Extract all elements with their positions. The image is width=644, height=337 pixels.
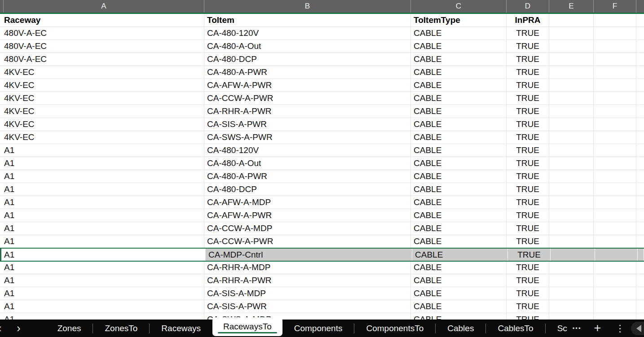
cell-empty-f[interactable] (594, 105, 636, 118)
cell-partial-g[interactable] (636, 274, 644, 287)
cell-toitemtype[interactable]: CABLE (411, 287, 507, 300)
sheet-tab-cablesto[interactable]: CablesTo (486, 319, 545, 337)
cell-raceway[interactable]: 4KV-EC (0, 92, 204, 105)
cell-empty-f[interactable] (594, 118, 636, 131)
cell-partial-g[interactable] (636, 300, 644, 313)
cell-toitem[interactable]: CA-SIS-A-PWR (204, 300, 411, 313)
table-row[interactable]: 4KV-ECCA-SWS-A-PWRCABLETRUE (0, 131, 644, 144)
cell-inpra[interactable]: TRUE (507, 300, 549, 313)
cell-toitem[interactable]: CA-480-A-Out (204, 40, 411, 53)
sheet-tab-racewaysto[interactable]: RacewaysTo (212, 317, 282, 336)
add-sheet-button[interactable]: + (594, 322, 601, 334)
cell-partial-g[interactable] (636, 261, 644, 274)
cell-toitemtype[interactable]: CABLE (411, 53, 507, 66)
cell-empty-f[interactable] (594, 300, 636, 313)
horizontal-scrollbar[interactable] (631, 322, 644, 335)
cell-empty-e[interactable] (549, 40, 594, 53)
cell-inpra[interactable]: InPRA (507, 14, 549, 26)
table-row[interactable]: 4KV-ECCA-AFW-A-PWRCABLETRUE (0, 79, 644, 92)
cell-inpra[interactable]: TRUE (507, 235, 549, 248)
table-row[interactable]: A1CA-480-A-OutCABLETRUE (0, 157, 644, 170)
cell-toitem[interactable]: CA-MDP-Cntrl (206, 249, 412, 261)
cell-toitem[interactable]: CA-480-A-PWR (204, 66, 411, 79)
cell-toitem[interactable]: CA-CCW-A-PWR (204, 92, 411, 105)
cell-inpra[interactable]: TRUE (507, 287, 549, 300)
cell-raceway[interactable]: 4KV-EC (0, 79, 204, 92)
cell-toitemtype[interactable]: CABLE (411, 300, 507, 313)
cell-partial-g[interactable] (636, 66, 644, 79)
sheet-tab-components[interactable]: Components (282, 319, 354, 337)
scroll-left-icon[interactable] (636, 325, 641, 332)
cell-empty-e[interactable] (549, 79, 594, 92)
cell-empty-e[interactable] (549, 300, 594, 313)
cell-partial-g[interactable] (636, 235, 644, 248)
cell-toitem[interactable]: CA-AFW-A-PWR (204, 79, 411, 92)
cell-empty-f[interactable] (594, 274, 636, 287)
cell-empty-f[interactable] (595, 249, 638, 261)
table-row[interactable]: A1CA-CCW-A-PWRCABLETRUE (0, 235, 644, 248)
cell-raceway[interactable]: A1 (0, 183, 204, 196)
table-row[interactable]: 4KV-ECCA-RHR-A-PWRCABLETRUE (0, 105, 644, 118)
sheet-menu-icon[interactable]: ⋮ (615, 324, 625, 333)
cell-toitemtype[interactable]: CABLE (411, 274, 507, 287)
cell-empty-e[interactable] (549, 287, 594, 300)
cell-toitemtype[interactable]: CABLE (411, 196, 507, 209)
cell-toitem[interactable]: CA-480-120V (204, 27, 411, 39)
cell-empty-f[interactable] (594, 131, 636, 144)
grid-body[interactable]: RacewayToItemToItemTypeInPRA480V-A-ECCA-… (0, 14, 644, 319)
table-row[interactable]: 4KV-ECCA-480-A-PWRCABLETRUE (0, 66, 644, 79)
cell-empty-f[interactable] (594, 183, 636, 196)
cell-empty-f[interactable] (594, 157, 636, 170)
cell-toitemtype[interactable]: CABLE (411, 40, 507, 53)
cell-toitemtype[interactable]: CABLE (411, 313, 507, 319)
cell-partial-g[interactable] (636, 40, 644, 53)
table-row[interactable]: A1CA-AFW-A-PWRCABLETRUE (0, 209, 644, 222)
more-sheets-ellipsis-icon[interactable]: ••• (573, 325, 582, 332)
table-row[interactable]: A1CA-SIS-A-PWRCABLETRUE (0, 300, 644, 313)
cell-raceway[interactable]: 480V-A-EC (0, 53, 204, 66)
cell-partial-g[interactable] (636, 287, 644, 300)
cell-toitem[interactable]: CA-CCW-A-PWR (204, 235, 411, 248)
cell-empty-e[interactable] (549, 118, 594, 131)
cell-empty-f[interactable] (594, 235, 636, 248)
cell-partial-g[interactable] (638, 249, 644, 261)
cell-partial-g[interactable] (636, 79, 644, 92)
cell-raceway[interactable]: 4KV-EC (0, 66, 204, 79)
cell-empty-e[interactable] (549, 209, 594, 222)
cell-partial-g[interactable] (636, 222, 644, 235)
cell-raceway[interactable]: 480V-A-EC (0, 40, 204, 53)
cell-empty-f[interactable] (594, 14, 636, 26)
cell-raceway[interactable]: A1 (0, 300, 204, 313)
cell-empty-f[interactable] (594, 40, 636, 53)
column-header-A[interactable]: A (4, 0, 204, 13)
cell-empty-f[interactable] (594, 222, 636, 235)
cell-toitem[interactable]: CA-480-120V (204, 144, 411, 157)
table-row[interactable]: A1CA-480-DCPCABLETRUE (0, 183, 644, 196)
cell-toitemtype[interactable]: ToItemType (411, 14, 507, 26)
cell-empty-f[interactable] (594, 92, 636, 105)
cell-empty-e[interactable] (549, 261, 594, 274)
cell-toitemtype[interactable]: CABLE (411, 157, 507, 170)
cell-empty-e[interactable] (549, 92, 594, 105)
cell-partial-g[interactable] (636, 92, 644, 105)
cell-raceway[interactable]: 480V-A-EC (0, 27, 204, 39)
cell-inpra[interactable]: TRUE (507, 222, 549, 235)
cell-toitemtype[interactable]: CABLE (411, 235, 507, 248)
sheet-tab-cables[interactable]: Cables (436, 319, 485, 337)
column-header-F[interactable]: F (594, 0, 636, 13)
table-row[interactable]: A1CA-AFW-A-MDPCABLETRUE (0, 196, 644, 209)
cell-empty-e[interactable] (549, 170, 594, 183)
table-row-field-headers[interactable]: RacewayToItemToItemTypeInPRA (0, 14, 644, 27)
cell-empty-f[interactable] (594, 261, 636, 274)
cell-raceway[interactable]: Raceway (0, 14, 204, 26)
prev-sheet-icon[interactable]: ‹ (0, 323, 2, 334)
cell-empty-e[interactable] (549, 313, 594, 319)
cell-partial-g[interactable] (636, 118, 644, 131)
cell-partial-g[interactable] (636, 313, 644, 319)
table-row[interactable]: A1CA-480-120VCABLETRUE (0, 144, 644, 157)
table-row[interactable]: 480V-A-ECCA-480-120VCABLETRUE (0, 27, 644, 40)
cell-partial-g[interactable] (636, 27, 644, 39)
table-row[interactable]: 4KV-ECCA-CCW-A-PWRCABLETRUE (0, 92, 644, 105)
table-row[interactable]: A1CA-RHR-A-MDPCABLETRUE (0, 261, 644, 274)
cell-empty-e[interactable] (549, 274, 594, 287)
